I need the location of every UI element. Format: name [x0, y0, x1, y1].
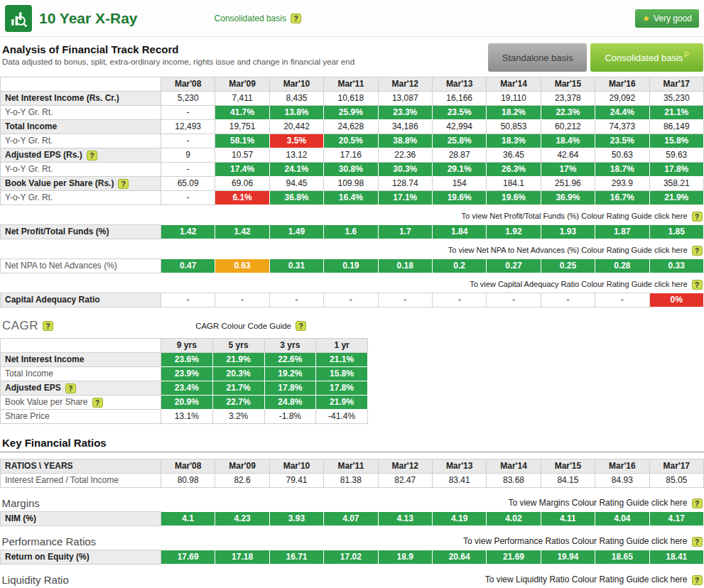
help-icon[interactable] [692, 280, 703, 290]
value-cell: 0.19 [324, 259, 378, 273]
table-row: Book Value per Share (Rs.)65.0969.0694.4… [1, 177, 704, 191]
guide-note-link[interactable]: To view Net NPA to Net Advances (%) Colo… [448, 246, 688, 254]
value-cell: 21.1% [316, 353, 368, 367]
top-bar: 10 Year X-Ray Consolidated basis Very go… [0, 0, 704, 37]
cagr-table: 9 yrs5 yrs3 yrs1 yr Net Interest Income2… [0, 338, 368, 424]
value-cell: 19,751 [215, 120, 269, 134]
table-row: Return on Equity (%)17.6917.1816.7117.02… [1, 550, 704, 565]
value-cell: - [161, 163, 215, 177]
table-row: NIM (%)4.14.233.934.074.134.194.024.114.… [1, 512, 704, 526]
guide-note-link[interactable]: To view Performance Ratios Colour Rating… [463, 536, 687, 546]
value-cell: 17.8% [649, 163, 703, 177]
help-icon[interactable] [43, 321, 53, 331]
help-icon[interactable] [291, 13, 301, 23]
value-cell: 9 [161, 148, 215, 163]
corner-cell [1, 339, 161, 353]
help-icon[interactable] [692, 575, 703, 585]
guide-note-row: To view Net NPA to Net Advances (%) Colo… [1, 239, 704, 259]
help-icon[interactable] [692, 499, 703, 508]
rating-badge-label: Very good [654, 13, 692, 23]
help-icon[interactable] [118, 179, 129, 189]
help-icon[interactable] [692, 537, 703, 547]
row-label: Y-o-Y Gr. Rt. [1, 191, 161, 205]
value-cell: - [161, 293, 215, 307]
basis-note: Consolidated basis [215, 13, 301, 23]
row-label: Net Profit/Total Funds (%) [1, 225, 161, 239]
help-icon[interactable] [692, 246, 703, 256]
header-row: RATIOS \ YEARSMar'08Mar'09Mar'10Mar'11Ma… [1, 459, 704, 474]
page-title: 10 Year X-Ray [39, 10, 138, 27]
standalone-basis-button[interactable]: Standalone basis [488, 43, 587, 72]
value-cell: 4.1 [161, 512, 215, 526]
value-cell: 1.6 [324, 225, 378, 239]
help-icon[interactable] [296, 321, 306, 331]
cagr-title: CAGR [2, 319, 38, 333]
row-label: Y-o-Y Gr. Rt. [1, 134, 161, 148]
column-header: Mar'08 [161, 77, 215, 92]
value-cell: 0.31 [269, 259, 323, 273]
help-icon[interactable] [92, 398, 103, 408]
row-label: Net Interest Income [1, 353, 161, 367]
value-cell: 22.6% [264, 353, 316, 367]
help-icon[interactable] [692, 212, 703, 222]
value-cell: 16,166 [432, 92, 486, 106]
row-label-text: Net NPA to Net Advances (%) [5, 261, 117, 271]
row-label-text: Adjusted EPS (Rs.) [5, 150, 82, 160]
cagr-head: CAGR CAGR Colour Code Guide [2, 319, 704, 333]
section-head: Analysis of Financial Track Record Data … [0, 37, 704, 77]
value-cell: 23.4% [161, 381, 213, 396]
row-label-text: Total Income [5, 369, 53, 379]
guide-note-link[interactable]: To view Net Profit/Total Funds (%) Colou… [462, 212, 688, 220]
value-cell: 0.25 [541, 259, 595, 273]
guide-note-link[interactable]: To view Capital Adequacy Ratio Colour Ra… [470, 280, 687, 288]
value-cell: - [215, 293, 269, 307]
value-cell: 184.1 [487, 177, 541, 191]
value-cell: 358.21 [649, 177, 703, 191]
cagr-colour-guide-label[interactable]: CAGR Colour Code Guide [195, 322, 291, 330]
column-header: 1 yr [316, 339, 368, 353]
table-row: Net Profit/Total Funds (%)1.421.421.491.… [1, 225, 704, 239]
value-cell: 0.33 [649, 259, 703, 273]
value-cell: 1.85 [649, 225, 703, 239]
value-cell: 18.4% [541, 134, 595, 148]
subsection-title: Liquidity Ratio [2, 575, 69, 585]
section-head-text: Analysis of Financial Track Record Data … [2, 43, 354, 66]
column-header: Mar'11 [324, 459, 378, 474]
value-cell: - [487, 293, 541, 307]
cagr-header: 9 yrs5 yrs3 yrs1 yr [1, 339, 368, 353]
value-cell: 82.47 [378, 474, 432, 488]
guide-note-link[interactable]: To view Liquidity Ratio Colour Rating Gu… [485, 575, 688, 584]
consolidated-basis-button[interactable]: Consolidated basisP [590, 43, 703, 72]
help-icon[interactable] [65, 383, 76, 393]
column-header: Mar'09 [215, 77, 269, 92]
table-row: Share Price13.1%3.2%-1.8%-41.4% [1, 410, 368, 424]
value-cell: 3.5% [269, 134, 323, 148]
value-cell: 59.63 [649, 148, 703, 163]
value-cell: 42,994 [432, 120, 486, 134]
guide-note-row: To view Net Profit/Total Funds (%) Colou… [1, 205, 704, 225]
value-cell: 4.04 [595, 512, 649, 526]
value-cell: 24,628 [324, 120, 378, 134]
value-cell: 17.8% [264, 381, 316, 396]
table-row: Capital Adequacy Ratio---------0% [1, 293, 704, 307]
row-label-text: Y-o-Y Gr. Rt. [5, 192, 53, 202]
value-cell: - [161, 134, 215, 148]
column-header: Mar'11 [324, 77, 378, 92]
guide-note-link[interactable]: To view Margins Colour Rating Guide clic… [508, 498, 687, 508]
value-cell: - [541, 293, 595, 307]
value-cell: 293.9 [595, 177, 649, 191]
value-cell: 17.69 [161, 550, 215, 565]
subsection-title: Performance Ratios [2, 536, 97, 547]
value-cell: 1.84 [432, 225, 486, 239]
value-cell: 4.19 [432, 512, 486, 526]
value-cell: 0.2 [432, 259, 486, 273]
value-cell: 0.27 [487, 259, 541, 273]
value-cell: 15.8% [649, 134, 703, 148]
value-cell: 21.9% [212, 353, 264, 367]
help-icon[interactable] [87, 151, 97, 160]
value-cell: 21.69 [487, 550, 541, 565]
value-cell: 24.8% [264, 396, 316, 410]
value-cell: 19.94 [541, 550, 595, 565]
value-cell: 65.09 [161, 177, 215, 191]
value-cell: 13.8% [269, 106, 323, 120]
